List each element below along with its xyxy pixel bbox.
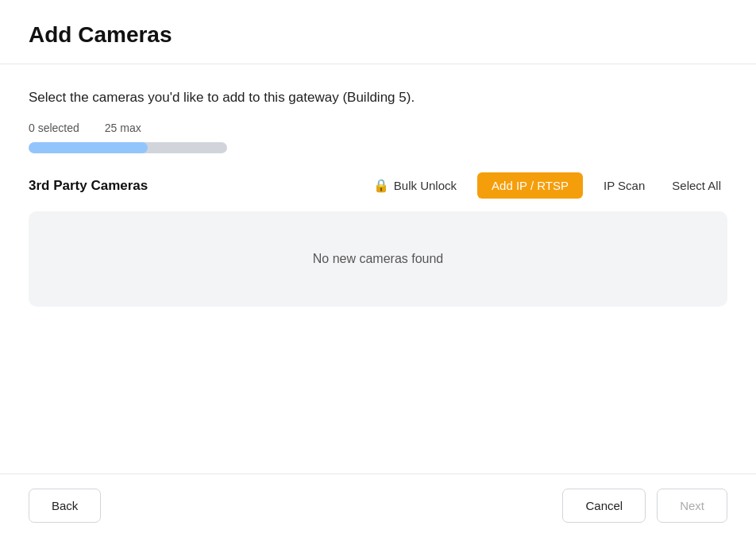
select-all-button[interactable]: Select All: [665, 174, 727, 197]
page-content: Select the cameras you'd like to add to …: [0, 64, 756, 473]
page-footer: Back Cancel Next: [0, 473, 756, 537]
ip-scan-label: IP Scan: [604, 179, 645, 192]
section-actions: 🔒 Bulk Unlock Add IP / RTSP IP Scan Sele…: [367, 172, 727, 199]
next-label: Next: [680, 499, 704, 512]
max-count: 25 max: [105, 122, 141, 134]
page-header: Add Cameras: [0, 0, 756, 64]
add-ip-rtsp-button[interactable]: Add IP / RTSP: [477, 172, 583, 199]
bulk-unlock-label: Bulk Unlock: [394, 179, 457, 192]
selection-info: 0 selected 25 max: [29, 122, 727, 134]
description-text: Select the cameras you'd like to add to …: [29, 90, 727, 106]
cancel-label: Cancel: [585, 499, 623, 512]
selected-count: 0 selected: [29, 122, 79, 134]
progress-bar-fill: [29, 142, 148, 153]
page-title: Add Cameras: [29, 22, 727, 48]
cameras-list-area: No new cameras found: [29, 211, 727, 307]
ip-scan-button[interactable]: IP Scan: [597, 174, 651, 197]
lock-icon: 🔒: [373, 178, 389, 193]
progress-bar-container: [29, 142, 227, 153]
cameras-section-header: 3rd Party Cameras 🔒 Bulk Unlock Add IP /…: [29, 172, 727, 199]
section-title: 3rd Party Cameras: [29, 178, 148, 194]
bulk-unlock-button[interactable]: 🔒 Bulk Unlock: [367, 173, 463, 198]
footer-right-buttons: Cancel Next: [562, 489, 727, 523]
no-cameras-text: No new cameras found: [313, 252, 444, 266]
add-ip-rtsp-label: Add IP / RTSP: [492, 179, 569, 192]
back-button[interactable]: Back: [29, 489, 101, 523]
next-button[interactable]: Next: [657, 489, 727, 523]
back-label: Back: [52, 499, 78, 512]
cancel-button[interactable]: Cancel: [562, 489, 646, 523]
select-all-label: Select All: [672, 179, 721, 192]
